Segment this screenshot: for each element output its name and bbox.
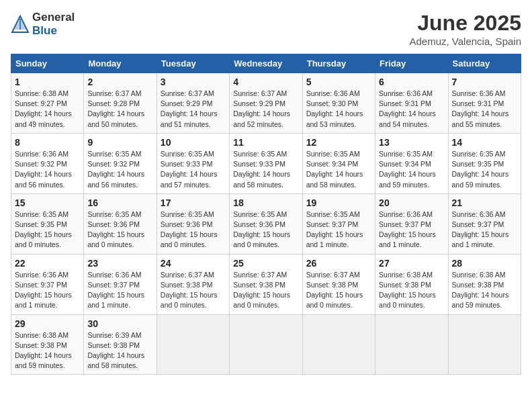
table-row: 10Sunrise: 6:35 AMSunset: 9:33 PMDayligh… [157, 133, 229, 193]
day-detail: Sunrise: 6:35 AMSunset: 9:34 PMDaylight:… [379, 149, 444, 190]
day-number: 15 [15, 197, 80, 208]
calendar-week-row: 22Sunrise: 6:36 AMSunset: 9:37 PMDayligh… [11, 254, 521, 314]
day-detail: Sunrise: 6:37 AMSunset: 9:28 PMDaylight:… [87, 89, 152, 130]
table-row [230, 314, 302, 375]
day-number: 23 [87, 258, 152, 269]
day-number: 9 [87, 137, 152, 148]
table-row: 7Sunrise: 6:36 AMSunset: 9:31 PMDaylight… [448, 73, 521, 134]
day-number: 10 [161, 137, 226, 148]
day-detail: Sunrise: 6:37 AMSunset: 9:29 PMDaylight:… [161, 89, 226, 130]
day-number: 14 [452, 137, 517, 148]
day-detail: Sunrise: 6:37 AMSunset: 9:38 PMDaylight:… [161, 270, 226, 311]
table-row: 28Sunrise: 6:38 AMSunset: 9:38 PMDayligh… [448, 254, 521, 314]
table-row: 26Sunrise: 6:37 AMSunset: 9:38 PMDayligh… [302, 254, 375, 314]
day-detail: Sunrise: 6:35 AMSunset: 9:35 PMDaylight:… [15, 210, 80, 250]
day-detail: Sunrise: 6:35 AMSunset: 9:36 PMDaylight:… [87, 210, 152, 250]
day-number: 28 [452, 258, 517, 269]
day-number: 30 [87, 318, 152, 329]
day-number: 25 [233, 258, 298, 269]
day-detail: Sunrise: 6:38 AMSunset: 9:38 PMDaylight:… [15, 330, 80, 371]
table-row: 23Sunrise: 6:36 AMSunset: 9:37 PMDayligh… [84, 254, 157, 314]
table-row [448, 314, 521, 375]
col-sunday: Sunday [11, 54, 84, 73]
table-row: 5Sunrise: 6:36 AMSunset: 9:30 PMDaylight… [302, 73, 375, 134]
day-detail: Sunrise: 6:36 AMSunset: 9:37 PMDaylight:… [15, 270, 80, 311]
table-row: 17Sunrise: 6:35 AMSunset: 9:36 PMDayligh… [157, 193, 229, 254]
day-detail: Sunrise: 6:37 AMSunset: 9:29 PMDaylight:… [233, 89, 298, 130]
day-detail: Sunrise: 6:35 AMSunset: 9:37 PMDaylight:… [306, 210, 371, 250]
logo-blue-text: Blue [32, 24, 75, 38]
col-tuesday: Tuesday [157, 54, 229, 73]
day-detail: Sunrise: 6:37 AMSunset: 9:38 PMDaylight:… [306, 270, 371, 311]
day-number: 1 [15, 77, 80, 87]
day-detail: Sunrise: 6:36 AMSunset: 9:32 PMDaylight:… [15, 149, 80, 190]
logo-general-text: General [32, 11, 75, 24]
day-number: 22 [15, 258, 80, 269]
day-detail: Sunrise: 6:36 AMSunset: 9:37 PMDaylight:… [87, 270, 152, 311]
day-number: 4 [233, 77, 298, 87]
day-number: 26 [306, 258, 371, 269]
day-number: 13 [379, 137, 444, 148]
day-detail: Sunrise: 6:35 AMSunset: 9:33 PMDaylight:… [233, 149, 298, 190]
day-number: 21 [452, 197, 517, 208]
calendar-week-row: 8Sunrise: 6:36 AMSunset: 9:32 PMDaylight… [11, 133, 521, 193]
day-detail: Sunrise: 6:36 AMSunset: 9:37 PMDaylight:… [379, 210, 444, 250]
day-number: 7 [452, 77, 517, 87]
table-row: 20Sunrise: 6:36 AMSunset: 9:37 PMDayligh… [375, 193, 448, 254]
table-row: 15Sunrise: 6:35 AMSunset: 9:35 PMDayligh… [11, 193, 84, 254]
col-wednesday: Wednesday [230, 54, 302, 73]
calendar-week-row: 15Sunrise: 6:35 AMSunset: 9:35 PMDayligh… [11, 193, 521, 254]
day-number: 11 [233, 137, 298, 148]
table-row: 13Sunrise: 6:35 AMSunset: 9:34 PMDayligh… [375, 133, 448, 193]
day-detail: Sunrise: 6:35 AMSunset: 9:32 PMDaylight:… [87, 149, 152, 190]
col-thursday: Thursday [302, 54, 375, 73]
table-row: 29Sunrise: 6:38 AMSunset: 9:38 PMDayligh… [11, 314, 84, 375]
table-row [375, 314, 448, 375]
day-detail: Sunrise: 6:39 AMSunset: 9:38 PMDaylight:… [87, 330, 152, 371]
day-number: 5 [306, 77, 371, 87]
page-title: June 2025 [410, 11, 522, 36]
day-number: 12 [306, 137, 371, 148]
table-row: 2Sunrise: 6:37 AMSunset: 9:28 PMDaylight… [84, 73, 157, 134]
calendar-week-row: 1Sunrise: 6:38 AMSunset: 9:27 PMDaylight… [11, 73, 521, 134]
col-friday: Friday [375, 54, 448, 73]
table-row: 30Sunrise: 6:39 AMSunset: 9:38 PMDayligh… [84, 314, 157, 375]
col-monday: Monday [84, 54, 157, 73]
table-row: 18Sunrise: 6:35 AMSunset: 9:36 PMDayligh… [230, 193, 302, 254]
day-number: 27 [379, 258, 444, 269]
logo-text: General Blue [32, 11, 75, 37]
day-number: 20 [379, 197, 444, 208]
table-row: 16Sunrise: 6:35 AMSunset: 9:36 PMDayligh… [84, 193, 157, 254]
table-row: 12Sunrise: 6:35 AMSunset: 9:34 PMDayligh… [302, 133, 375, 193]
day-number: 8 [15, 137, 80, 148]
table-row: 24Sunrise: 6:37 AMSunset: 9:38 PMDayligh… [157, 254, 229, 314]
day-detail: Sunrise: 6:37 AMSunset: 9:38 PMDaylight:… [233, 270, 298, 311]
table-row: 25Sunrise: 6:37 AMSunset: 9:38 PMDayligh… [230, 254, 302, 314]
day-detail: Sunrise: 6:35 AMSunset: 9:35 PMDaylight:… [452, 149, 517, 190]
day-detail: Sunrise: 6:38 AMSunset: 9:38 PMDaylight:… [379, 270, 444, 311]
table-row: 27Sunrise: 6:38 AMSunset: 9:38 PMDayligh… [375, 254, 448, 314]
day-number: 3 [161, 77, 226, 87]
page-subtitle: Ademuz, Valencia, Spain [410, 36, 522, 47]
day-detail: Sunrise: 6:35 AMSunset: 9:34 PMDaylight:… [306, 149, 371, 190]
table-row: 14Sunrise: 6:35 AMSunset: 9:35 PMDayligh… [448, 133, 521, 193]
calendar-table: Sunday Monday Tuesday Wednesday Thursday… [11, 54, 521, 375]
day-number: 24 [161, 258, 226, 269]
table-row: 21Sunrise: 6:36 AMSunset: 9:37 PMDayligh… [448, 193, 521, 254]
day-detail: Sunrise: 6:35 AMSunset: 9:36 PMDaylight:… [161, 210, 226, 250]
title-area: June 2025 Ademuz, Valencia, Spain [410, 11, 522, 47]
day-detail: Sunrise: 6:36 AMSunset: 9:31 PMDaylight:… [379, 89, 444, 130]
page-header: General Blue June 2025 Ademuz, Valencia,… [11, 11, 521, 47]
logo-icon [11, 15, 30, 34]
table-row: 11Sunrise: 6:35 AMSunset: 9:33 PMDayligh… [230, 133, 302, 193]
logo: General Blue [11, 11, 75, 37]
day-detail: Sunrise: 6:38 AMSunset: 9:27 PMDaylight:… [15, 89, 80, 130]
table-row [157, 314, 229, 375]
table-row: 9Sunrise: 6:35 AMSunset: 9:32 PMDaylight… [84, 133, 157, 193]
calendar-header-row: Sunday Monday Tuesday Wednesday Thursday… [11, 54, 521, 73]
table-row: 4Sunrise: 6:37 AMSunset: 9:29 PMDaylight… [230, 73, 302, 134]
table-row: 19Sunrise: 6:35 AMSunset: 9:37 PMDayligh… [302, 193, 375, 254]
table-row: 22Sunrise: 6:36 AMSunset: 9:37 PMDayligh… [11, 254, 84, 314]
table-row: 3Sunrise: 6:37 AMSunset: 9:29 PMDaylight… [157, 73, 229, 134]
col-saturday: Saturday [448, 54, 521, 73]
